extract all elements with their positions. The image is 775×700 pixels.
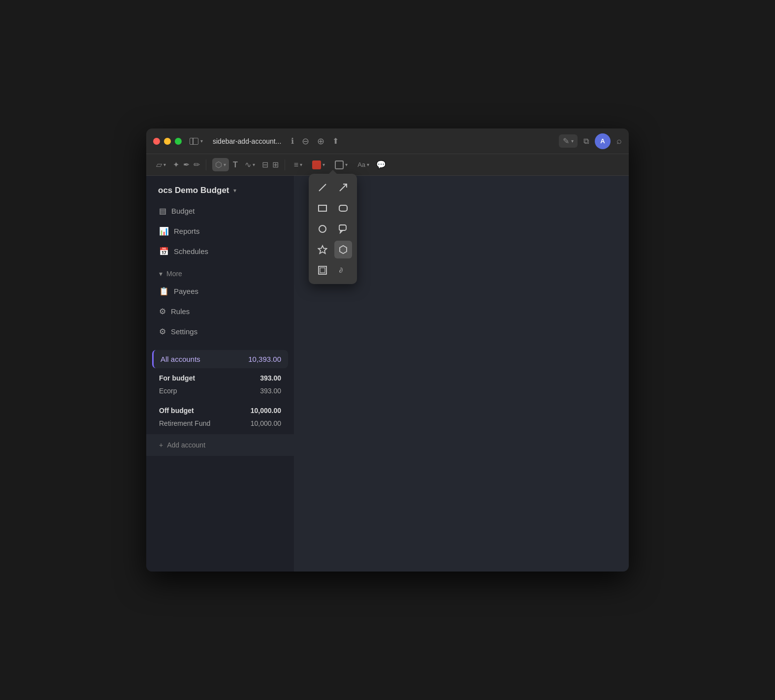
titlebar-right: ✎ ▾ ⧉ A ⌕ bbox=[559, 133, 622, 149]
close-button[interactable] bbox=[153, 138, 160, 145]
star-shape-button[interactable] bbox=[314, 241, 331, 258]
stroke-color-swatch bbox=[335, 160, 344, 169]
for-budget-group-header: For budget 393.00 bbox=[152, 370, 288, 384]
text-icon[interactable]: T bbox=[233, 160, 238, 169]
more-header[interactable]: ▾ More bbox=[146, 266, 294, 282]
waveform-icon: ∿ bbox=[245, 160, 251, 169]
svg-marker-6 bbox=[319, 246, 327, 254]
stroke-chevron-icon: ▾ bbox=[345, 162, 348, 167]
speech-bubble-shape-button[interactable] bbox=[334, 220, 352, 238]
app-window: ▾ sidebar-add-account... ℹ ⊖ ⊕ ⬆ ✎ ▾ ⧉ A… bbox=[146, 128, 629, 572]
rectangle-shape-button[interactable] bbox=[314, 199, 331, 217]
svg-rect-9 bbox=[320, 268, 325, 273]
sparkle-icon[interactable]: ✦ bbox=[173, 160, 179, 169]
pencil-chevron-icon[interactable]: ▾ bbox=[571, 138, 574, 144]
all-accounts-label: All accounts bbox=[161, 355, 200, 363]
sidebar-item-reports[interactable]: 📊 Reports bbox=[152, 222, 288, 241]
toolbar: ▱ ▾ ✦ ✒ ✏ ⬡ ▾ T ∿ ▾ ⊟ ⊞ ≡ ▾ ▾ ▾ bbox=[146, 154, 629, 176]
shape-tool-button[interactable]: ⬡ ▾ bbox=[212, 158, 229, 171]
sidebar-toggle-button[interactable]: ▾ bbox=[187, 136, 206, 147]
sidebar-item-settings-label: Settings bbox=[171, 327, 197, 336]
off-budget-label: Off budget bbox=[159, 407, 194, 414]
retirement-account-row[interactable]: Retirement Fund 10,000.00 bbox=[152, 416, 288, 430]
minimize-button[interactable] bbox=[164, 138, 171, 145]
color-swatch-button[interactable]: ▾ bbox=[309, 159, 328, 171]
svg-text:∂: ∂ bbox=[339, 267, 343, 274]
sliders-icon[interactable]: ⊟ bbox=[262, 160, 268, 169]
budget-header[interactable]: ocs Demo Budget ▾ bbox=[146, 176, 294, 201]
waveform-chevron-icon: ▾ bbox=[253, 162, 255, 167]
add-account-plus-icon: + bbox=[159, 441, 163, 449]
window-title: sidebar-add-account... bbox=[213, 137, 281, 145]
sidebar: ocs Demo Budget ▾ ▤ Budget 📊 Reports 📅 S… bbox=[146, 176, 294, 572]
fill-chevron-icon: ▾ bbox=[323, 162, 325, 167]
retirement-account-name: Retirement Fund bbox=[159, 419, 210, 427]
fill-color-swatch bbox=[312, 160, 321, 169]
search-icon[interactable]: ⌕ bbox=[616, 136, 622, 146]
sidebar-item-payees[interactable]: 📋 Payees bbox=[152, 282, 288, 301]
all-accounts-amount: 10,393.00 bbox=[248, 355, 281, 363]
chevron-down-icon: ▾ bbox=[200, 138, 203, 144]
sidebar-item-budget-label: Budget bbox=[171, 207, 195, 215]
avatar[interactable]: A bbox=[595, 133, 611, 149]
grid-icon[interactable]: ⊞ bbox=[272, 160, 279, 169]
add-account-button[interactable]: + Add account bbox=[146, 434, 294, 456]
circle-shape-button[interactable] bbox=[314, 220, 331, 238]
for-budget-amount: 393.00 bbox=[260, 374, 281, 382]
pen-icon[interactable]: ✒ bbox=[183, 160, 190, 169]
pencil-icon[interactable]: ✎ bbox=[563, 136, 569, 146]
budget-chevron-icon: ▾ bbox=[233, 187, 236, 194]
sidebar-item-rules[interactable]: ⚙ Rules bbox=[152, 302, 288, 321]
sidebar-item-rules-label: Rules bbox=[171, 307, 190, 316]
stroke-color-button[interactable]: ▾ bbox=[332, 159, 351, 171]
comment-icon[interactable]: 💬 bbox=[376, 160, 386, 169]
add-account-label: Add account bbox=[167, 441, 205, 449]
hexagon-shape-button[interactable] bbox=[334, 241, 352, 258]
maximize-button[interactable] bbox=[175, 138, 182, 145]
shapes-chevron-icon: ▾ bbox=[224, 162, 226, 167]
frame-icon: ▱ bbox=[156, 160, 162, 169]
all-accounts-row[interactable]: All accounts 10,393.00 bbox=[152, 350, 288, 368]
for-budget-label: For budget bbox=[159, 374, 195, 382]
frame-tool-button[interactable]: ▱ ▾ bbox=[153, 158, 169, 171]
svg-rect-2 bbox=[319, 205, 326, 211]
shapes-icon: ⬡ bbox=[215, 160, 222, 169]
window-resize-icon[interactable]: ⧉ bbox=[583, 137, 589, 146]
waveform-button[interactable]: ∿ ▾ bbox=[242, 158, 258, 171]
schedules-icon: 📅 bbox=[159, 247, 169, 256]
sidebar-item-schedules-label: Schedules bbox=[174, 247, 208, 255]
info-icon[interactable]: ℹ bbox=[291, 136, 294, 146]
sidebar-item-schedules[interactable]: 📅 Schedules bbox=[152, 242, 288, 261]
font-button[interactable]: Aa ▾ bbox=[355, 159, 372, 170]
sidebar-item-budget[interactable]: ▤ Budget bbox=[152, 201, 288, 221]
equation-shape-button[interactable]: ∂ bbox=[334, 261, 352, 279]
more-items: 📋 Payees ⚙ Rules ⚙ Settings bbox=[146, 282, 294, 341]
toolbar-divider-1 bbox=[206, 159, 206, 170]
sidebar-toggle-icon bbox=[190, 138, 198, 145]
share-icon[interactable]: ⬆ bbox=[332, 136, 339, 146]
pencil-group: ✎ ▾ bbox=[559, 134, 578, 148]
budget-title: ocs Demo Budget bbox=[158, 186, 229, 195]
pencil-draw-icon[interactable]: ✏ bbox=[194, 160, 200, 169]
svg-rect-5 bbox=[339, 225, 346, 230]
svg-line-1 bbox=[340, 184, 347, 191]
font-icon: Aa bbox=[357, 161, 365, 168]
sidebar-item-settings[interactable]: ⚙ Settings bbox=[152, 322, 288, 341]
sidebar-item-reports-label: Reports bbox=[174, 227, 200, 235]
more-label: More bbox=[166, 270, 182, 278]
off-budget-group-header: Off budget 10,000.00 bbox=[152, 403, 288, 416]
svg-marker-7 bbox=[340, 246, 347, 254]
image-frame-shape-button[interactable] bbox=[314, 261, 331, 279]
more-chevron-icon: ▾ bbox=[159, 270, 162, 278]
titlebar: ▾ sidebar-add-account... ℹ ⊖ ⊕ ⬆ ✎ ▾ ⧉ A… bbox=[146, 128, 629, 154]
rounded-rect-shape-button[interactable] bbox=[334, 199, 352, 217]
arrow-shape-button[interactable] bbox=[334, 179, 352, 196]
svg-line-0 bbox=[319, 184, 326, 191]
zoom-out-icon[interactable]: ⊖ bbox=[302, 136, 309, 147]
more-section: ▾ More 📋 Payees ⚙ Rules ⚙ Settings bbox=[146, 266, 294, 342]
toolbar-divider-2 bbox=[285, 159, 285, 170]
zoom-in-icon[interactable]: ⊕ bbox=[317, 136, 324, 147]
ecorp-account-row[interactable]: Ecorp 393.00 bbox=[152, 384, 288, 398]
lines-button[interactable]: ≡ ▾ bbox=[291, 159, 305, 171]
line-shape-button[interactable] bbox=[314, 179, 331, 196]
